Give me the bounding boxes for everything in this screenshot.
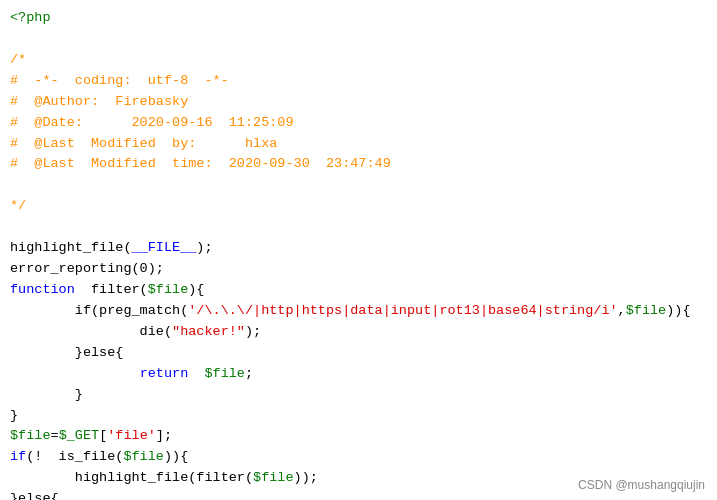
- php-open-tag: <?php: [10, 10, 51, 25]
- code-line-13: error_reporting(0);: [10, 259, 707, 280]
- code-line-4: # -*- coding: utf-8 -*-: [10, 71, 707, 92]
- code-line-8: # @Last Modified time: 2020-09-30 23:47:…: [10, 154, 707, 175]
- code-line-9: [10, 175, 707, 196]
- code-line-15: if(preg_match('/\.\.\/|http|https|data|i…: [10, 301, 707, 322]
- watermark: CSDN @mushangqiujin: [578, 478, 705, 492]
- code-line-3: /*: [10, 50, 707, 71]
- code-line-21: $file=$_GET['file'];: [10, 426, 707, 447]
- code-line-12: highlight_file(__FILE__);: [10, 238, 707, 259]
- code-line-19: }: [10, 385, 707, 406]
- code-line-17: }else{: [10, 343, 707, 364]
- code-line-11: [10, 217, 707, 238]
- code-line-7: # @Last Modified by: hlxa: [10, 134, 707, 155]
- code-line-6: # @Date: 2020-09-16 11:25:09: [10, 113, 707, 134]
- code-line-22: if(! is_file($file)){: [10, 447, 707, 468]
- code-line-14: function filter($file){: [10, 280, 707, 301]
- code-line-16: die("hacker!");: [10, 322, 707, 343]
- code-line-1: <?php: [10, 8, 707, 29]
- code-line-2: [10, 29, 707, 50]
- code-line-10: */: [10, 196, 707, 217]
- code-line-18: return $file;: [10, 364, 707, 385]
- code-line-5: # @Author: Firebasky: [10, 92, 707, 113]
- code-editor: <?php /* # -*- coding: utf-8 -*- # @Auth…: [0, 0, 717, 500]
- code-line-20: }: [10, 406, 707, 427]
